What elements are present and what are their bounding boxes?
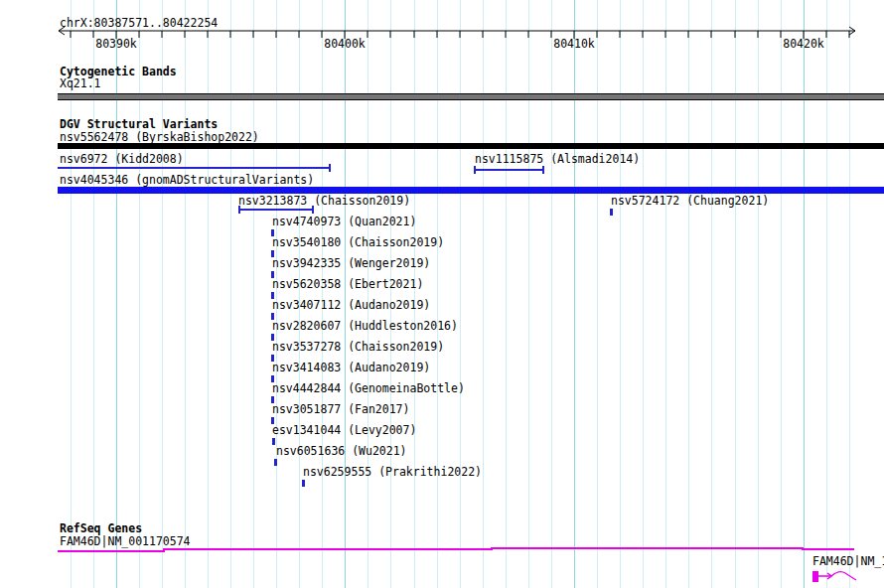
gene-exon-box[interactable] xyxy=(812,571,818,582)
gene-intron-line[interactable] xyxy=(58,548,854,551)
gene-intron-curve[interactable] xyxy=(831,572,856,580)
refseq-gene-glyphs[interactable] xyxy=(0,0,884,588)
genome-browser-panel: { "region": { "title": "chrX:80387571..8… xyxy=(0,0,884,588)
